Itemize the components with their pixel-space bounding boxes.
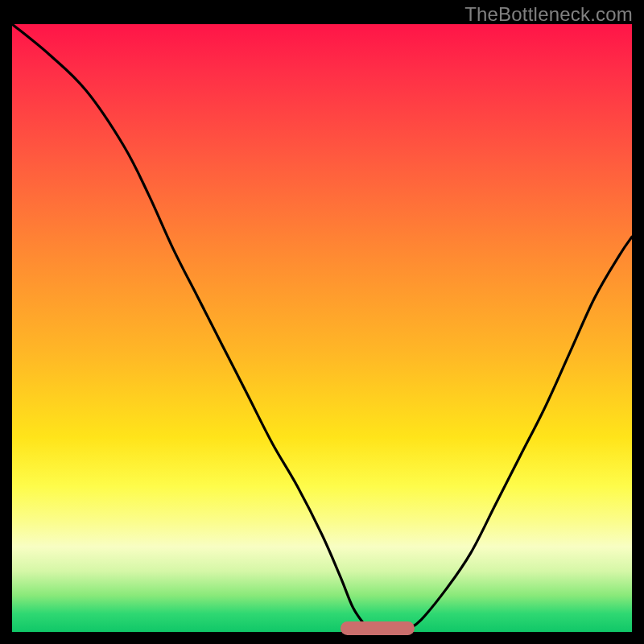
curve-right-branch xyxy=(409,237,632,629)
optimal-range-marker xyxy=(341,621,415,635)
chart-frame: TheBottleneck.com xyxy=(0,0,644,644)
curve-left-branch xyxy=(12,24,365,625)
bottleneck-curve xyxy=(12,24,632,632)
plot-area xyxy=(12,24,632,632)
watermark-text: TheBottleneck.com xyxy=(464,3,633,26)
